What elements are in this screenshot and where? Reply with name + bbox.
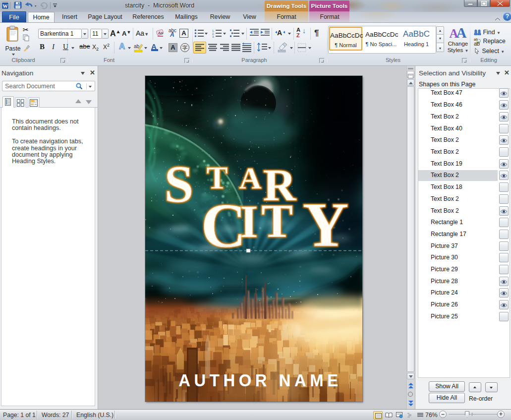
svg-text:AUTHOR NAME: AUTHOR NAME xyxy=(178,370,341,390)
svg-text:A: A xyxy=(277,29,282,37)
svg-text:Y: Y xyxy=(303,189,348,260)
svg-text:W: W xyxy=(2,3,8,9)
svg-text:ac: ac xyxy=(476,40,480,44)
svg-text:S: S xyxy=(165,155,194,213)
svg-text:T: T xyxy=(207,160,228,195)
svg-text:T: T xyxy=(261,194,293,247)
svg-text:I: I xyxy=(240,195,258,247)
svg-text:3.: 3. xyxy=(212,35,215,38)
svg-text:A: A xyxy=(239,161,262,195)
svg-text:Aa: Aa xyxy=(158,31,163,35)
